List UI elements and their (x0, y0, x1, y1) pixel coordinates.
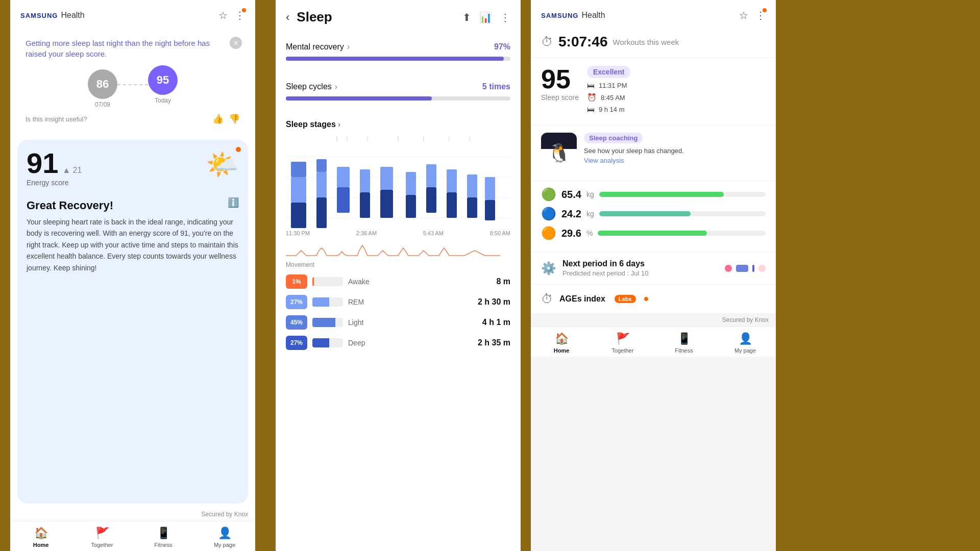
sleep-cycles-chevron[interactable]: › (335, 82, 337, 91)
more-icon[interactable]: ⋮ (235, 9, 245, 21)
bedtime-row: 🛏 11:31 PM (587, 81, 766, 90)
period-bar (752, 265, 754, 272)
nav-home[interactable]: 🏠 Home (10, 527, 71, 548)
sleep-score-label: Sleep score (541, 93, 579, 102)
awake-badge: 1% (286, 274, 307, 289)
p3-samsung-logo: SAMSUNG Health (541, 11, 605, 20)
sleep-cycles-val: 5 times (482, 82, 510, 91)
nav-fitness[interactable]: 📱 Fitness (133, 527, 194, 548)
energy-change: ▲ 21 (62, 166, 82, 175)
sleep-score-details: Excellent 🛏 11:31 PM ⏰ 8:45 AM 🛏 9 h 14 … (587, 66, 766, 117)
fat-icon: 🟠 (541, 226, 556, 240)
sleep-coaching-card: 🐧 Sleep coaching See how your sleep has … (531, 126, 776, 181)
svg-rect-28 (447, 169, 457, 192)
rem-bar-wrap (312, 297, 343, 307)
svg-rect-13 (337, 187, 350, 213)
coaching-link[interactable]: View analysis (584, 157, 624, 164)
star-icon[interactable]: ☆ (218, 9, 228, 21)
recovery-title: Great Recovery! (27, 199, 113, 212)
sleep-cycles-row: Sleep cycles › 5 times (286, 82, 510, 91)
p3-mypage-icon: 👤 (739, 332, 752, 345)
mental-recovery-chevron[interactable]: › (347, 42, 350, 52)
thumbs-down-icon[interactable]: 👎 (229, 113, 240, 124)
workout-row: ⏱ 5:07:46 Workouts this week (531, 27, 776, 58)
fat-val: 29.6 (561, 228, 581, 239)
p3-nav-home-label: Home (554, 347, 570, 354)
close-button[interactable]: ✕ (230, 37, 242, 49)
p3-nav-home[interactable]: 🏠 Home (531, 332, 592, 354)
sleep-stages-chevron[interactable]: › (338, 120, 340, 129)
sleep-cycles-bar (286, 96, 510, 101)
ages-section: ⏱ AGEs index Labs (531, 285, 776, 313)
ages-title: AGEs index (559, 294, 605, 304)
duration-row: 🛏 9 h 14 m (587, 105, 766, 114)
p3-star-icon[interactable]: ☆ (739, 9, 748, 21)
weight-bar (599, 192, 724, 197)
time-label-3: 5:43 AM (423, 230, 444, 236)
svg-rect-11 (291, 203, 306, 228)
metric-row-weight: 🟢 65.4 kg (541, 187, 766, 202)
p3-nav-fitness[interactable]: 📱 Fitness (653, 332, 715, 354)
sleep-graph: 86 07/09 95 Today (88, 69, 178, 108)
p3-nav-mypage[interactable]: 👤 My page (715, 332, 776, 354)
insight-text: Getting more sleep last night than the n… (26, 38, 240, 59)
chart-icon[interactable]: 📊 (479, 11, 492, 23)
mental-recovery-pct: 97% (494, 42, 510, 52)
feedback-question: Is this insight useful? (26, 115, 87, 123)
penguin-image: 🐧 (541, 133, 577, 173)
nav-together[interactable]: 🚩 Together (71, 527, 133, 548)
svg-rect-12 (316, 197, 327, 228)
nav-mypage[interactable]: 👤 My page (194, 527, 255, 548)
thumbs-up-icon[interactable]: 👍 (212, 113, 224, 124)
sleep-score-card: 95 Sleep score Excellent 🛏 11:31 PM ⏰ 8:… (531, 58, 776, 126)
header-icons: ☆ ⋮ (218, 9, 245, 21)
health-metrics: 🟢 65.4 kg 🔵 24.2 kg 🟠 29.6 % (531, 181, 776, 252)
share-icon[interactable]: ⬆ (462, 11, 471, 23)
recovery-row: Great Recovery! ℹ️ (27, 193, 239, 212)
svg-rect-21 (291, 177, 306, 203)
svg-rect-18 (447, 192, 457, 218)
brand-name: SAMSUNG (20, 12, 58, 19)
rem-badge: 27% (286, 295, 307, 309)
nav-together-label: Together (91, 542, 113, 548)
together-icon: 🚩 (95, 527, 109, 540)
sleep-stages-title: Sleep stages › (286, 120, 510, 129)
svg-rect-24 (360, 169, 370, 192)
svg-rect-23 (337, 167, 350, 187)
p3-nav-together-label: Together (612, 347, 634, 354)
svg-rect-20 (485, 200, 495, 220)
p3-health-label: Health (581, 11, 605, 20)
feedback-icons: 👍 👎 (212, 113, 240, 124)
period-title: Next period in 6 days (562, 259, 719, 268)
today-score-value: 95 (148, 65, 178, 95)
energy-label: Energy score (27, 179, 82, 187)
energy-top: 91 ▲ 21 Energy score 🌤️ (27, 149, 239, 187)
time-label-1: 11:30 PM (286, 230, 310, 236)
sleep-title: Sleep (297, 9, 455, 25)
home-icon: 🏠 (34, 527, 48, 540)
time-label-4: 8:50 AM (490, 230, 510, 236)
svg-rect-14 (360, 192, 370, 218)
alarm-icon: ⏰ (587, 93, 597, 102)
insight-footer: Is this insight useful? 👍 👎 (26, 110, 240, 124)
muscle-icon: 🔵 (541, 207, 556, 221)
deep-badge: 27% (286, 336, 307, 350)
rem-time: 2 h 30 m (478, 297, 510, 307)
light-bar-wrap (312, 318, 343, 327)
p3-nav-together[interactable]: 🚩 Together (592, 332, 653, 354)
rem-bar (312, 297, 329, 307)
weight-icon: 🟢 (541, 187, 556, 202)
mental-recovery-fill (286, 57, 504, 61)
sleep-cycles-section: Sleep cycles › 5 times (276, 74, 521, 109)
p3-more-icon[interactable]: ⋮ (755, 9, 766, 21)
prev-date: 07/09 (95, 101, 110, 108)
panel-1: SAMSUNG Health ☆ ⋮ Getting more sleep la… (10, 0, 255, 551)
light-badge: 45% (286, 315, 307, 330)
back-button[interactable]: ‹ (286, 11, 289, 24)
p3-together-icon: 🚩 (616, 332, 630, 345)
info-icon[interactable]: ℹ️ (228, 197, 239, 208)
sleep-more-icon[interactable]: ⋮ (500, 11, 510, 23)
excellent-badge: Excellent (587, 66, 630, 78)
p3-nav-fitness-label: Fitness (675, 347, 693, 354)
period-dot-2 (736, 265, 748, 272)
